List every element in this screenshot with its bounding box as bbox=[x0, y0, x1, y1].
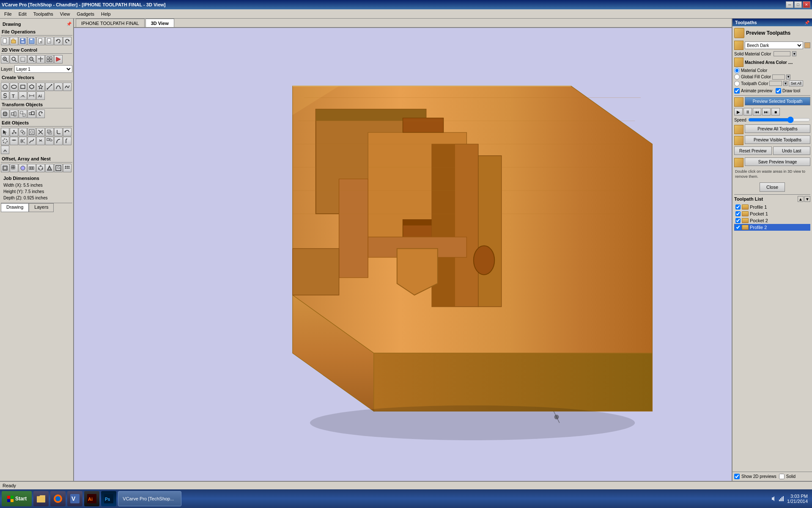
zoom-in-btn[interactable] bbox=[10, 55, 18, 64]
draw-line-btn[interactable] bbox=[45, 83, 54, 91]
scale-btn[interactable] bbox=[27, 110, 36, 118]
export-btn[interactable] bbox=[45, 37, 54, 45]
stop-btn[interactable]: ■ bbox=[771, 108, 780, 116]
pause-btn[interactable]: ⏸ bbox=[743, 108, 752, 116]
volume-icon[interactable] bbox=[770, 495, 777, 502]
join-btn[interactable] bbox=[10, 137, 18, 145]
new-btn[interactable] bbox=[1, 37, 9, 45]
step-forward-btn[interactable]: ⏭ bbox=[762, 108, 771, 116]
draw-star-btn[interactable] bbox=[36, 83, 45, 91]
preview-all-btn[interactable]: Preview All Toolpaths bbox=[745, 124, 810, 133]
menu-gadgets[interactable]: Gadgets bbox=[73, 11, 98, 17]
menu-help[interactable]: Help bbox=[98, 11, 114, 17]
toolpath-item-pocket2[interactable]: Pocket 2 bbox=[734, 217, 810, 224]
panel-pin-icon[interactable]: 📌 bbox=[804, 20, 809, 25]
global-fill-dropdown[interactable]: ▼ bbox=[786, 75, 790, 80]
tp-checkbox-profile2[interactable] bbox=[735, 225, 741, 230]
preview-visible-btn[interactable]: Preview Visible Toolpaths bbox=[745, 135, 810, 144]
taskbar-photoshop-icon[interactable]: Ps bbox=[101, 491, 116, 506]
select-btn[interactable] bbox=[1, 128, 9, 136]
show-2d-checkbox[interactable] bbox=[734, 474, 740, 479]
draw-ellipse-btn[interactable] bbox=[10, 83, 18, 91]
menu-edit[interactable]: Edit bbox=[15, 11, 30, 17]
draw-tool-checkbox[interactable] bbox=[776, 88, 781, 94]
close-button[interactable]: ✕ bbox=[803, 1, 810, 8]
node-edit-btn[interactable] bbox=[10, 128, 18, 136]
menu-toolpaths[interactable]: Toolpaths bbox=[30, 11, 57, 17]
zoom-fit-btn[interactable] bbox=[1, 55, 9, 64]
menu-view[interactable]: View bbox=[57, 11, 74, 17]
undo-btn[interactable] bbox=[54, 37, 63, 45]
toolpath-item-profile2[interactable]: Profile 2 bbox=[734, 224, 810, 231]
trim-btn[interactable] bbox=[36, 128, 45, 136]
pan-btn[interactable] bbox=[36, 55, 45, 64]
active-window-btn[interactable]: VCarve Pro [TechShop... bbox=[118, 491, 181, 506]
undo-node-btn[interactable] bbox=[63, 128, 71, 136]
solid-color-swatch[interactable] bbox=[774, 51, 790, 56]
3d-viewport[interactable] bbox=[74, 28, 732, 481]
array-btn[interactable] bbox=[10, 164, 18, 172]
drawing-tab[interactable]: Drawing bbox=[1, 203, 29, 212]
radio-toolpath-input[interactable] bbox=[734, 81, 740, 86]
view-all-btn[interactable] bbox=[45, 55, 54, 64]
toolpath-color-swatch[interactable] bbox=[769, 81, 782, 86]
zoom-out-btn[interactable] bbox=[27, 55, 36, 64]
linear-array-btn[interactable] bbox=[27, 164, 36, 172]
redo-btn[interactable] bbox=[63, 37, 71, 45]
angle-btn[interactable] bbox=[63, 137, 71, 145]
toolpath-item-profile1[interactable]: Profile 1 bbox=[734, 204, 810, 210]
snap-btn[interactable] bbox=[54, 55, 63, 64]
fillet-btn[interactable] bbox=[54, 128, 63, 136]
draw-polygon-btn[interactable] bbox=[27, 83, 36, 91]
radio-global-input[interactable] bbox=[734, 74, 740, 80]
tp-checkbox-profile1[interactable] bbox=[735, 204, 741, 210]
text-btn[interactable]: T bbox=[10, 91, 18, 100]
reset-preview-btn[interactable]: Reset Preview bbox=[734, 146, 772, 155]
nest-btn[interactable] bbox=[45, 164, 54, 172]
weld-btn[interactable] bbox=[19, 128, 27, 136]
undo-last-btn[interactable]: Undo Last bbox=[773, 146, 811, 155]
round-btn[interactable] bbox=[1, 137, 9, 145]
nest2-btn[interactable] bbox=[54, 164, 63, 172]
move-btn[interactable] bbox=[1, 110, 9, 118]
zoom-box-btn[interactable] bbox=[19, 55, 27, 64]
toolpath-color-dropdown[interactable]: ▼ bbox=[783, 81, 787, 86]
group-btn[interactable] bbox=[19, 110, 27, 118]
close-btn[interactable]: Close bbox=[760, 182, 785, 192]
save-preview-btn[interactable]: Save Preview Image bbox=[745, 157, 810, 166]
step-back-btn[interactable]: ⏮ bbox=[753, 108, 761, 116]
tp-checkbox-pocket1[interactable] bbox=[735, 211, 741, 216]
align-btn[interactable] bbox=[10, 110, 18, 118]
fit-curves-btn[interactable] bbox=[27, 137, 36, 145]
preview-selected-btn[interactable]: Preview Selected Toolpath bbox=[745, 97, 810, 105]
material-color-swatch[interactable] bbox=[804, 42, 810, 48]
cut-scissors-btn[interactable] bbox=[19, 137, 27, 145]
toolpath-item-pocket1[interactable]: Pocket 1 bbox=[734, 210, 810, 217]
material-select[interactable]: Beech Dark bbox=[745, 41, 803, 49]
clock[interactable]: 3:03 PM 1/21/2014 bbox=[787, 494, 808, 504]
play-btn[interactable]: ▶ bbox=[734, 108, 743, 116]
arc-btn[interactable] bbox=[54, 137, 63, 145]
layer-select[interactable]: Layer 1 bbox=[14, 65, 72, 73]
import-btn[interactable] bbox=[36, 37, 45, 45]
circular-array-btn[interactable] bbox=[36, 164, 45, 172]
solid-color-dropdown[interactable]: ▼ bbox=[792, 51, 796, 56]
menu-file[interactable]: File bbox=[1, 11, 15, 17]
tab-3d-view[interactable]: 3D View bbox=[145, 19, 174, 27]
boolean-btn[interactable] bbox=[45, 128, 54, 136]
taskbar-illustrator-icon[interactable]: Ai bbox=[84, 491, 99, 506]
draw-bezier-btn[interactable] bbox=[54, 83, 63, 91]
text-arc-btn[interactable]: T bbox=[19, 91, 27, 100]
maximize-button[interactable]: □ bbox=[794, 1, 802, 8]
pin-icon[interactable]: 📌 bbox=[66, 22, 71, 26]
taskbar-browser-icon[interactable] bbox=[50, 491, 66, 506]
set-all-btn[interactable]: Set All bbox=[789, 80, 803, 86]
tp-checkbox-pocket2[interactable] bbox=[735, 218, 741, 223]
radio-material-input[interactable] bbox=[734, 68, 740, 73]
convert-btn[interactable] bbox=[45, 137, 54, 145]
start-button[interactable]: Start bbox=[2, 491, 32, 506]
draw-rect-btn[interactable] bbox=[19, 83, 27, 91]
toolpath-down-btn[interactable]: ▼ bbox=[804, 196, 810, 202]
open-btn[interactable] bbox=[10, 37, 18, 45]
taskbar-explorer-icon[interactable] bbox=[33, 491, 49, 506]
